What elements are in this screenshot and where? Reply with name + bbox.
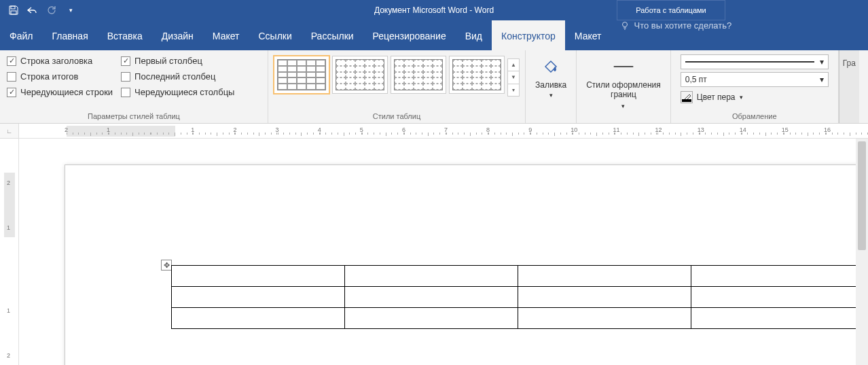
paint-bucket-icon — [540, 56, 562, 77]
chevron-down-icon: ▾ — [549, 92, 553, 99]
shading-button[interactable]: Заливка▾ — [531, 53, 571, 111]
scrollbar-thumb[interactable] — [858, 141, 866, 250]
ribbon-tabs: Файл Главная Вставка Дизайн Макет Ссылки… — [0, 20, 868, 50]
table-move-handle[interactable]: ✥ — [161, 260, 172, 271]
ruler-corner[interactable]: ∟ — [0, 124, 19, 139]
tab-file[interactable]: Файл — [0, 20, 42, 50]
tab-home[interactable]: Главная — [42, 20, 97, 50]
gallery-down-button[interactable]: ▼ — [508, 71, 519, 83]
table-style-thumb[interactable] — [449, 56, 505, 94]
tab-mailings[interactable]: Рассылки — [302, 20, 363, 50]
table-tools-context: Работа с таблицами — [617, 0, 725, 20]
tab-layout[interactable]: Макет — [203, 20, 249, 50]
quick-access-toolbar: ▾ — [0, 2, 79, 18]
document-workspace: ∟ 2112 ✥ — [0, 124, 868, 365]
document-table[interactable] — [171, 265, 865, 329]
checkbox-icon — [121, 88, 130, 97]
group-label-style-options: Параметры стилей таблиц — [5, 111, 262, 122]
chk-banded-rows[interactable]: Чередующиеся строки — [7, 87, 113, 97]
group-shading: Заливка▾ — [526, 50, 577, 123]
table-row — [172, 308, 865, 329]
chevron-down-icon: ▾ — [621, 103, 625, 109]
border-style-icon — [613, 56, 634, 77]
ribbon: Строка заголовка Строка итогов Чередующи… — [0, 50, 868, 124]
table-row — [172, 287, 865, 308]
border-style-combo[interactable]: ▾ — [681, 54, 829, 69]
pen-color-button[interactable]: Цвет пера ▾ — [681, 90, 829, 103]
title-bar: ▾ Документ Microsoft Word - Word Работа … — [0, 0, 868, 20]
pen-color-icon — [681, 91, 693, 103]
tell-me-search[interactable]: Что вы хотите сделать? — [611, 20, 731, 31]
vertical-ruler[interactable]: 2112 — [0, 139, 19, 365]
table-style-thumb[interactable] — [391, 56, 446, 94]
group-table-styles: ▲ ▼ ▾ Стили таблиц — [268, 50, 526, 123]
tab-table-layout[interactable]: Макет — [565, 20, 611, 50]
border-weight-combo[interactable]: 0,5 пт▾ — [681, 72, 829, 87]
horizontal-ruler[interactable] — [19, 124, 868, 139]
group-label-table-styles: Стили таблиц — [274, 111, 520, 122]
table-style-thumb[interactable] — [332, 56, 388, 94]
group-style-options: Строка заголовка Строка итогов Чередующи… — [0, 50, 268, 123]
window-title: Документ Microsoft Word - Word — [374, 5, 494, 15]
checkbox-icon — [7, 88, 16, 97]
vertical-scrollbar[interactable] — [856, 139, 868, 365]
group-borders: ▾ 0,5 пт▾ Цвет пера ▾ Обрамление — [671, 50, 839, 123]
table-row — [172, 266, 865, 287]
svg-rect-1 — [11, 11, 16, 14]
gallery-more-button[interactable]: ▾ — [508, 84, 519, 96]
save-button[interactable] — [5, 2, 22, 18]
chevron-down-icon: ▾ — [820, 75, 824, 84]
line-preview-icon — [685, 61, 814, 63]
chk-first-col[interactable]: Первый столбец — [121, 56, 234, 66]
qat-customize-button[interactable]: ▾ — [62, 2, 79, 18]
group-border-styles: Стили оформления границ ▾ — [577, 50, 671, 123]
table-style-thumb[interactable] — [274, 56, 329, 94]
tab-design[interactable]: Дизайн — [152, 20, 203, 50]
tab-review[interactable]: Рецензирование — [363, 20, 456, 50]
svg-point-2 — [623, 22, 628, 27]
gallery-scroll: ▲ ▼ ▾ — [507, 58, 520, 97]
chevron-down-icon: ▾ — [820, 57, 824, 67]
chevron-down-icon: ▾ — [740, 94, 743, 101]
chk-banded-cols[interactable]: Чередующиеся столбцы — [121, 87, 234, 97]
tell-me-placeholder: Что вы хотите сделать? — [634, 20, 731, 31]
tab-view[interactable]: Вид — [456, 20, 492, 50]
checkbox-icon — [7, 72, 16, 82]
borders-dropdown-partial[interactable]: Гра — [839, 50, 859, 123]
tab-references[interactable]: Ссылки — [249, 20, 301, 50]
chk-header-row[interactable]: Строка заголовка — [7, 56, 113, 66]
border-styles-button[interactable]: Стили оформления границ ▾ — [582, 53, 665, 111]
chk-total-row[interactable]: Строка итогов — [7, 71, 113, 82]
lightbulb-icon — [620, 21, 630, 31]
gallery-up-button[interactable]: ▲ — [508, 59, 519, 71]
group-label-borders: Обрамление — [676, 111, 833, 122]
undo-button[interactable] — [24, 2, 41, 18]
chk-last-col[interactable]: Последний столбец — [121, 71, 234, 82]
svg-rect-0 — [11, 6, 15, 9]
checkbox-icon — [121, 56, 130, 66]
checkbox-icon — [7, 56, 16, 66]
tab-constructor[interactable]: Конструктор — [492, 20, 565, 50]
tab-insert[interactable]: Вставка — [98, 20, 152, 50]
checkbox-icon — [121, 72, 130, 82]
redo-button[interactable] — [43, 2, 60, 18]
